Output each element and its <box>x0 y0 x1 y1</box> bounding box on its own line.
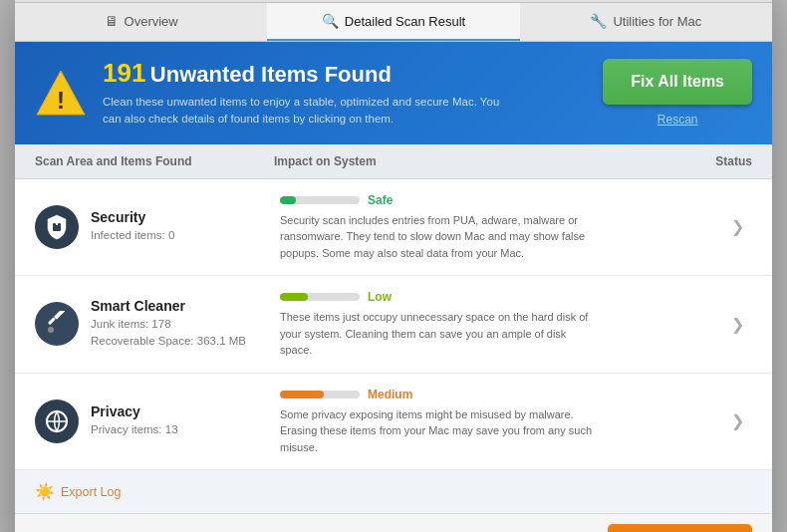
security-icon <box>35 205 79 249</box>
item-count: 191 <box>103 58 145 88</box>
cleaner-subtitle: Junk items: 178 Recoverable Space: 363.1… <box>91 316 270 351</box>
privacy-impact-desc: Some privacy exposing items might be mis… <box>280 406 599 456</box>
security-impact: Safe Security scan includes entries from… <box>270 193 722 262</box>
svg-rect-6 <box>54 311 65 320</box>
svg-point-7 <box>48 327 54 333</box>
cleaner-info: Smart Cleaner Junk items: 178 Recoverabl… <box>91 298 270 351</box>
privacy-impact-label: Medium <box>368 388 412 401</box>
tab-overview[interactable]: 🖥 Overview <box>15 3 267 41</box>
sun-icon: ☀️ <box>35 482 55 501</box>
col-header-impact: Impact on System <box>274 154 672 168</box>
cleaner-bar-container: Low <box>280 290 712 304</box>
main-window: Mac Auto Fixer 🖥 Overview 🔍 Detailed Sca… <box>15 0 772 532</box>
banner-right: Fix All Items Rescan <box>603 59 752 127</box>
banner-headline: Unwanted Items Found <box>150 62 392 87</box>
privacy-icon <box>35 399 79 443</box>
col-header-status: Status <box>672 154 752 168</box>
fix-all-button[interactable]: Fix All Items <box>603 59 752 105</box>
privacy-info: Privacy Privacy items: 13 <box>91 403 270 438</box>
svg-rect-5 <box>48 318 56 326</box>
banner-text: 191 Unwanted Items Found Clean these unw… <box>103 58 501 129</box>
instant-activation-button[interactable]: Instant Activation <box>608 524 752 532</box>
bottom-bar: Already have a Key? Instant Activation <box>15 513 772 532</box>
security-bar-container: Safe <box>280 193 712 207</box>
privacy-bar-bg <box>280 391 360 399</box>
privacy-chevron: ❯ <box>722 411 752 430</box>
cleaner-impact-label: Low <box>368 290 392 304</box>
table-header: Scan Area and Items Found Impact on Syst… <box>15 144 772 179</box>
security-impact-label: Safe <box>368 193 393 207</box>
privacy-subtitle: Privacy items: 13 <box>91 421 270 438</box>
search-icon: 🔍 <box>322 13 339 29</box>
row-security[interactable]: Security Infected items: 0 Safe Security… <box>15 179 772 277</box>
banner-left: ! 191 Unwanted Items Found Clean these u… <box>35 58 501 129</box>
tab-utilities[interactable]: 🔧 Utilities for Mac <box>520 3 772 41</box>
titlebar: Mac Auto Fixer <box>15 0 772 3</box>
privacy-impact: Medium Some privacy exposing items might… <box>270 388 722 456</box>
security-subtitle: Infected items: 0 <box>91 227 270 244</box>
svg-rect-4 <box>53 225 61 231</box>
cleaner-impact-desc: These items just occupy unnecessary spac… <box>280 309 599 359</box>
footer: ☀️ Export Log <box>15 470 772 513</box>
tab-bar: 🖥 Overview 🔍 Detailed Scan Result 🔧 Util… <box>15 3 772 42</box>
security-bar-fill <box>280 196 296 204</box>
banner-subtext: Clean these unwanted items to enjoy a st… <box>103 94 501 129</box>
security-info: Security Infected items: 0 <box>91 209 270 244</box>
security-impact-desc: Security scan includes entries from PUA,… <box>280 212 599 262</box>
monitor-icon: 🖥 <box>105 13 119 29</box>
wrench-icon: 🔧 <box>590 13 607 29</box>
cleaner-title: Smart Cleaner <box>91 298 270 314</box>
export-log-link[interactable]: ☀️ Export Log <box>35 482 121 501</box>
row-smart-cleaner[interactable]: Smart Cleaner Junk items: 178 Recoverabl… <box>15 276 772 374</box>
cleaner-chevron: ❯ <box>722 315 752 334</box>
tab-scan[interactable]: 🔍 Detailed Scan Result <box>267 3 519 41</box>
export-label: Export Log <box>61 485 121 499</box>
cleaner-impact: Low These items just occupy unnecessary … <box>270 290 722 359</box>
privacy-bar-fill <box>280 391 324 399</box>
privacy-bar-container: Medium <box>280 388 712 401</box>
warning-icon: ! <box>35 67 87 119</box>
security-title: Security <box>91 209 270 225</box>
cleaner-bar-fill <box>280 293 308 301</box>
security-chevron: ❯ <box>722 217 752 236</box>
row-privacy[interactable]: Privacy Privacy items: 13 Medium Some pr… <box>15 374 772 471</box>
svg-text:!: ! <box>57 87 65 114</box>
cleaner-bar-bg <box>280 293 360 301</box>
privacy-title: Privacy <box>91 403 270 419</box>
security-bar-bg <box>280 196 360 204</box>
cleaner-icon <box>35 302 79 346</box>
scan-banner: ! 191 Unwanted Items Found Clean these u… <box>15 42 772 144</box>
rescan-link[interactable]: Rescan <box>657 113 698 127</box>
col-header-scan: Scan Area and Items Found <box>35 154 274 168</box>
